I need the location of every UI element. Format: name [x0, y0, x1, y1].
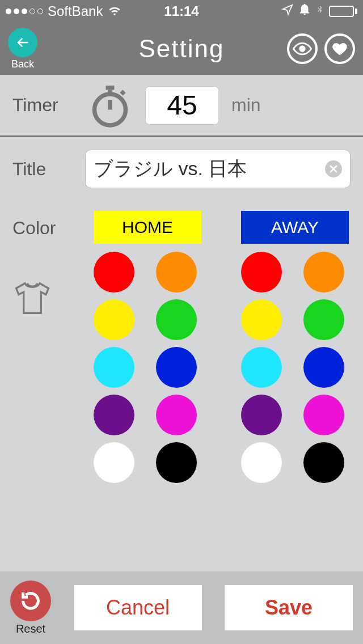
color-row: Color HOME AWAY: [12, 211, 351, 483]
home-color-swatch-8[interactable]: [94, 442, 134, 483]
timer-row: Timer 45 min: [0, 75, 363, 137]
home-color-swatch-7[interactable]: [156, 395, 197, 435]
tshirt-icon: [12, 278, 52, 318]
home-color-swatch-5[interactable]: [156, 347, 197, 388]
away-color-swatch-6[interactable]: [241, 395, 282, 435]
nav-bar: Back Setting: [0, 23, 363, 75]
status-time: 11:14: [164, 3, 199, 19]
title-input[interactable]: ブラジル vs. 日本: [85, 150, 351, 188]
reset-button[interactable]: Reset: [10, 581, 51, 635]
close-icon: [330, 165, 337, 173]
back-button[interactable]: Back: [8, 28, 37, 70]
footer-bar: Reset Cancel Save: [0, 571, 363, 644]
battery-icon: [329, 6, 357, 17]
home-color-swatch-0[interactable]: [94, 252, 134, 293]
title-value: ブラジル vs. 日本: [94, 156, 325, 182]
alarm-icon: [298, 3, 311, 19]
away-color-swatch-1[interactable]: [303, 252, 344, 293]
svg-rect-3: [106, 86, 115, 90]
away-color-swatch-2[interactable]: [241, 299, 282, 340]
bluetooth-icon: [315, 3, 324, 19]
home-header: HOME: [94, 211, 201, 244]
location-icon: [281, 3, 294, 19]
title-label: Title: [12, 159, 75, 180]
away-color-swatch-8[interactable]: [241, 442, 282, 483]
home-color-swatch-4[interactable]: [94, 347, 134, 388]
away-color-swatch-7[interactable]: [303, 395, 344, 435]
away-color-swatch-9[interactable]: [303, 442, 344, 483]
reset-icon: [10, 581, 51, 621]
home-color-swatch-9[interactable]: [156, 442, 197, 483]
signal-dots-icon: [6, 9, 43, 14]
away-color-swatch-5[interactable]: [303, 347, 344, 388]
home-color-swatch-3[interactable]: [156, 299, 197, 340]
away-color-swatch-4[interactable]: [241, 347, 282, 388]
favorite-button[interactable]: [324, 33, 355, 64]
cancel-button[interactable]: Cancel: [74, 585, 202, 630]
home-color-column: HOME: [94, 211, 201, 483]
away-color-swatch-0[interactable]: [241, 252, 282, 293]
carrier-label: SoftBank: [48, 3, 103, 19]
reset-label: Reset: [16, 622, 45, 635]
away-color-swatch-3[interactable]: [303, 299, 344, 340]
stopwatch-icon: [87, 83, 133, 128]
timer-label: Timer: [12, 95, 75, 116]
save-button[interactable]: Save: [225, 585, 353, 630]
title-row: Title ブラジル vs. 日本: [12, 150, 351, 188]
svg-point-0: [300, 46, 305, 52]
visibility-button[interactable]: [287, 33, 318, 64]
home-color-swatch-1[interactable]: [156, 252, 197, 293]
clear-title-button[interactable]: [325, 160, 342, 177]
timer-value-input[interactable]: 45: [145, 86, 219, 125]
wifi-icon: [107, 2, 122, 20]
back-arrow-icon: [8, 28, 37, 57]
away-color-column: AWAY: [241, 211, 349, 483]
home-color-swatch-2[interactable]: [94, 299, 134, 340]
svg-line-5: [121, 91, 124, 94]
color-label: Color: [12, 218, 75, 239]
away-header: AWAY: [241, 211, 349, 244]
eye-icon: [293, 39, 312, 58]
heart-icon: [331, 40, 348, 57]
timer-unit-label: min: [231, 95, 261, 116]
status-bar: SoftBank 11:14: [0, 0, 363, 23]
home-color-swatch-6[interactable]: [94, 395, 134, 435]
